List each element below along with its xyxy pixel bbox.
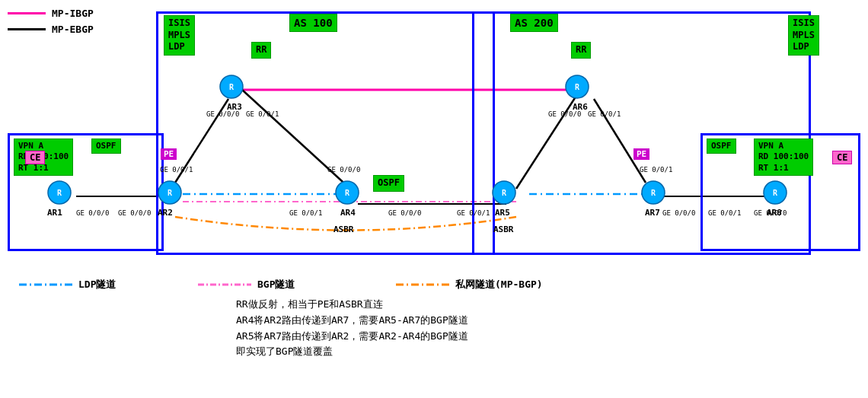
ar1-label: AR1: [47, 208, 62, 218]
ar2-label: AR2: [158, 208, 173, 218]
pe-left-label: PE: [161, 148, 177, 160]
ar4-ge000-label: GE 0/0/0: [327, 166, 360, 174]
private-legend-label: 私网隧道(MP-BGP): [455, 278, 543, 291]
desc-line-1: RR做反射，相当于PE和ASBR直连: [236, 297, 468, 313]
svg-text:R: R: [345, 189, 350, 197]
svg-text:R: R: [651, 189, 656, 197]
ldp-legend: LDP隧道: [19, 278, 116, 291]
svg-text:R: R: [773, 189, 778, 197]
private-legend: 私网隧道(MP-BGP): [396, 278, 543, 291]
ar2-ge001-label: GE 0/0/1: [160, 166, 193, 174]
ar3-ge001-label: GE 0/0/1: [246, 110, 279, 118]
rr-label-right: RR: [571, 42, 591, 59]
desc-line-4: 即实现了BGP隧道覆盖: [236, 344, 468, 360]
ar1-router: R: [46, 179, 73, 206]
ebgp-legend-item: MP-EBGP: [8, 24, 94, 35]
legend: MP-IBGP MP-EBGP: [8, 8, 94, 35]
ar5-label: AR5: [495, 208, 510, 218]
description-block: RR做反射，相当于PE和ASBR直连 AR4将AR2路由传递到AR7，需要AR5…: [236, 297, 468, 360]
vpn-a-right-label: VPN A RD 100:100 RT 1:1: [754, 139, 813, 176]
isis-mpls-ldp-left: ISIS MPLS LDP: [164, 15, 195, 56]
ar4-ge000-r: GE 0/0/0: [388, 209, 421, 217]
svg-text:R: R: [502, 189, 507, 197]
ibgp-legend-item: MP-IBGP: [8, 8, 94, 19]
svg-text:R: R: [57, 189, 62, 197]
desc-line-3: AR5将AR7路由传递到AR2，需要AR2-AR4的BGP隧道: [236, 329, 468, 345]
ospf-left: OSPF: [91, 139, 121, 154]
ebgp-label: MP-EBGP: [52, 24, 94, 35]
bgp-legend: BGP隧道: [198, 278, 295, 291]
ar3-ge000-label: GE 0/0/0: [206, 110, 239, 118]
ar7-ge001-label: GE 0/0/1: [640, 166, 672, 174]
as100-box: [156, 11, 495, 255]
ar8-ge000-label: GE 0/0/0: [754, 209, 787, 217]
ce-left-label: CE: [25, 151, 45, 164]
ar5-ge001-label: GE 0/0/1: [457, 209, 490, 217]
ar2-ge000-l: GE 0/0/0: [118, 209, 151, 217]
ar6-ge000-label: GE 0/0/0: [548, 110, 581, 118]
asbr-right-label: ASBR: [493, 224, 514, 234]
ospf-mid: OSPF: [373, 175, 404, 192]
ar6-ge001-label: GE 0/0/1: [588, 110, 621, 118]
ar1-ge000-r: GE 0/0/0: [76, 209, 109, 217]
ibgp-line-sample: [8, 12, 46, 14]
as200-label: AS 200: [510, 14, 558, 32]
ar6-router: R: [563, 73, 591, 100]
ar3-router: R: [218, 73, 245, 100]
as100-label: AS 100: [289, 14, 337, 32]
isis-mpls-ldp-right: ISIS MPLS LDP: [788, 15, 819, 56]
ar7-router: R: [640, 179, 667, 206]
ar7-label: AR7: [645, 208, 660, 218]
ar5-router: R: [490, 179, 518, 206]
ar2-router: R: [156, 179, 183, 206]
ibgp-label: MP-IBGP: [52, 8, 94, 19]
as200-box: [472, 11, 811, 255]
ebgp-line-sample: [8, 28, 46, 30]
bgp-legend-label: BGP隧道: [257, 278, 295, 291]
asbr-left-label: ASBR: [333, 224, 354, 234]
pe-right-label: PE: [633, 148, 649, 160]
ar4-label: AR4: [340, 208, 356, 218]
ar4-ge001-label: GE 0/0/1: [289, 209, 322, 217]
ar8-router: R: [761, 179, 789, 206]
diagram: MP-IBGP MP-EBGP AS 100 AS 200 ISIS MPLS …: [0, 0, 868, 398]
rr-label-left: RR: [251, 42, 271, 59]
desc-line-2: AR4将AR2路由传递到AR7，需要AR5-AR7的BGP隧道: [236, 313, 468, 329]
ospf-right: OSPF: [707, 139, 736, 154]
svg-text:R: R: [229, 83, 235, 91]
ce-right-label: CE: [832, 151, 852, 164]
ar7-ge000-label: GE 0/0/0: [662, 209, 695, 217]
ar8-ge001-label: GE 0/0/1: [708, 209, 741, 217]
svg-text:R: R: [575, 83, 580, 91]
ar4-router: R: [333, 179, 361, 206]
ldp-legend-label: LDP隧道: [78, 278, 116, 291]
svg-text:R: R: [168, 189, 173, 197]
